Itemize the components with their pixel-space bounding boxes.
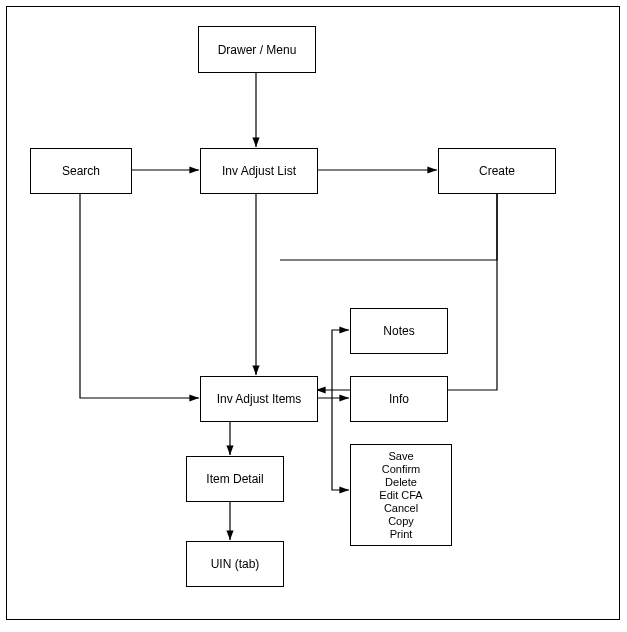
node-search: Search (30, 148, 132, 194)
action-label: Edit CFA (379, 489, 422, 502)
node-inv-adjust-list: Inv Adjust List (200, 148, 318, 194)
action-label: Delete (385, 476, 417, 489)
connector-layer (0, 0, 627, 632)
node-info: Info (350, 376, 448, 422)
action-label: Save (388, 450, 413, 463)
node-create: Create (438, 148, 556, 194)
node-inv-adjust-items: Inv Adjust Items (200, 376, 318, 422)
node-uin-tab: UIN (tab) (186, 541, 284, 587)
action-label: Print (390, 528, 413, 541)
action-label: Cancel (384, 502, 418, 515)
action-label: Copy (388, 515, 414, 528)
node-item-detail: Item Detail (186, 456, 284, 502)
action-label: Confirm (382, 463, 421, 476)
node-drawer-menu: Drawer / Menu (198, 26, 316, 73)
node-notes: Notes (350, 308, 448, 354)
node-actions: SaveConfirmDeleteEdit CFACancelCopyPrint (350, 444, 452, 546)
